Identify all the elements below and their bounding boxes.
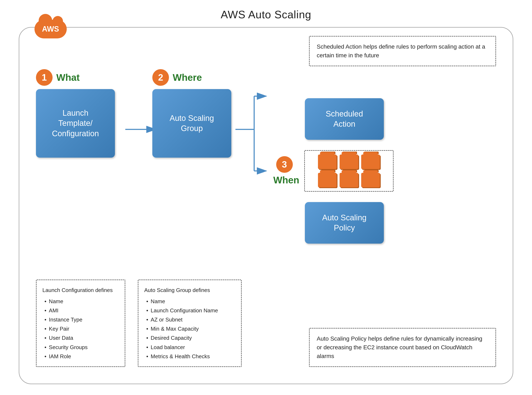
aws-logo: AWS — [34, 18, 67, 40]
step1-badge: 1 — [36, 69, 53, 86]
instance-icon-5 — [340, 173, 358, 187]
step2-label: Where — [173, 72, 202, 83]
asg-item-4: Min & Max Capacity — [146, 324, 235, 333]
instance-icon-1 — [318, 154, 337, 169]
scheduled-action-info-box: Scheduled Action helps define rules to p… — [309, 36, 496, 66]
asg-info-title: Auto Scaling Group defines — [144, 285, 235, 295]
step3-badge: 3 — [276, 156, 293, 173]
asg-info-list: Name Launch Configuration Name AZ or Sub… — [144, 297, 235, 361]
aws-text: AWS — [42, 25, 59, 33]
auto-scaling-group-box: Auto ScalingGroup — [152, 89, 231, 158]
launch-config-info-box: Launch Configuration defines Name AMI In… — [36, 280, 125, 367]
asg-info-box: Auto Scaling Group defines Name Launch C… — [138, 280, 242, 367]
lc-item-3: Instance Type — [44, 315, 119, 324]
auto-scaling-policy-text: Auto ScalingPolicy — [322, 213, 366, 233]
auto-scaling-policy-area: Auto ScalingPolicy — [305, 202, 384, 244]
aws-cloud-shape: AWS — [34, 20, 67, 38]
instance-icon-6 — [361, 173, 380, 187]
step2-badge: 2 — [152, 69, 169, 86]
auto-scaling-group-text: Auto ScalingGroup — [170, 113, 214, 134]
lc-item-1: Name — [44, 297, 119, 306]
auto-scaling-policy-info-box: Auto Scaling Policy helps define rules f… — [309, 328, 496, 367]
main-container: AWS Scheduled Action helps define rules … — [19, 27, 513, 384]
scheduled-action-area: ScheduledAction — [305, 98, 384, 140]
lc-item-2: AMI — [44, 306, 119, 315]
step1-label: What — [56, 72, 80, 83]
instance-icon-2 — [340, 154, 358, 169]
auto-scaling-policy-description: Auto Scaling Policy helps define rules f… — [317, 335, 482, 359]
launch-template-box: LaunchTemplate/Configuration — [36, 89, 115, 158]
asg-item-3: AZ or Subnet — [146, 315, 235, 324]
instance-icon-3 — [361, 154, 380, 169]
step1-header: 1 What — [36, 69, 125, 86]
step1-column: 1 What LaunchTemplate/Configuration — [36, 69, 125, 158]
instances-box — [304, 150, 393, 192]
page-title: AWS Auto Scaling — [221, 8, 311, 21]
step3-area: 3 When — [270, 150, 393, 192]
asg-item-2: Launch Configuration Name — [146, 306, 235, 315]
asg-item-7: Metrics & Health Checks — [146, 352, 235, 361]
step3-badge-group: 3 When — [270, 156, 299, 186]
scheduled-action-box: ScheduledAction — [305, 98, 384, 140]
asg-item-5: Desired Capacity — [146, 333, 235, 342]
lc-item-4: Key Pair — [44, 324, 119, 333]
launch-template-text: LaunchTemplate/Configuration — [52, 108, 99, 139]
scheduled-action-text: ScheduledAction — [326, 109, 363, 129]
instance-icon-4 — [318, 173, 337, 187]
step3-label: When — [273, 175, 299, 186]
scheduled-action-description: Scheduled Action helps define rules to p… — [309, 36, 496, 66]
asg-item-1: Name — [146, 297, 235, 306]
diagram-wrapper: 1 What LaunchTemplate/Configuration 2 Wh… — [36, 69, 496, 367]
launch-config-title: Launch Configuration defines — [42, 285, 119, 295]
asg-item-6: Load balancer — [146, 343, 235, 352]
step2-column: 2 Where Auto ScalingGroup — [152, 69, 242, 158]
lc-item-6: Security Groups — [44, 343, 119, 352]
lc-item-7: IAM Role — [44, 352, 119, 361]
launch-config-list: Name AMI Instance Type Key Pair User Dat… — [42, 297, 119, 361]
step2-header: 2 Where — [152, 69, 242, 86]
auto-scaling-policy-box: Auto ScalingPolicy — [305, 202, 384, 244]
lc-item-5: User Data — [44, 333, 119, 342]
